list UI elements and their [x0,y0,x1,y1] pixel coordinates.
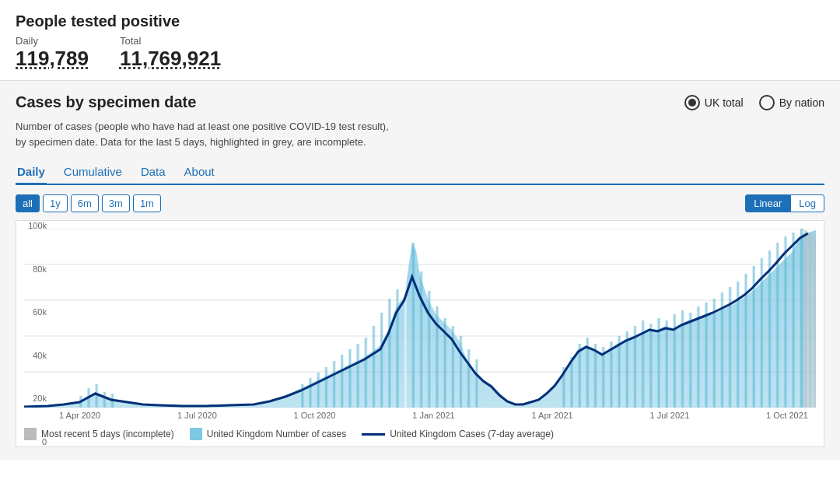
svg-rect-45 [649,324,652,408]
svg-rect-64 [800,229,803,408]
svg-rect-50 [689,313,691,408]
top-section: People tested positive Daily 119,789 Tot… [0,0,840,81]
section-header: Cases by specimen date UK total By natio… [16,93,824,111]
svg-rect-66 [809,233,812,408]
svg-rect-61 [776,243,779,408]
legend-average: United Kingdom Cases (7-day average) [362,429,554,439]
x-axis: 1 Apr 2020 1 Jul 2020 1 Oct 2020 1 Jan 2… [59,408,808,420]
svg-rect-27 [428,291,430,408]
radio-uk-label: UK total [705,96,744,109]
svg-rect-62 [784,236,786,408]
svg-rect-23 [396,289,398,408]
legend-label-incomplete: Most recent 5 days (incomplete) [41,429,174,439]
daily-stat: Daily 119,789 [16,35,89,71]
chart-container: 100k 80k 60k 40k 20k 0 [16,220,824,447]
y-axis: 100k 80k 60k 40k 20k 0 [16,221,51,446]
time-btn-all[interactable]: all [16,194,40,212]
chart-svg [24,229,816,408]
svg-rect-32 [467,349,470,408]
y-label-0: 0 [42,437,47,446]
svg-rect-35 [570,357,572,408]
stats-row: Daily 119,789 Total 11,769,921 [16,35,824,71]
svg-rect-38 [594,344,597,408]
daily-value: 119,789 [16,47,89,71]
x-label-jul2020: 1 Jul 2020 [177,411,217,420]
svg-rect-24 [404,252,407,408]
description: Number of cases (people who have had at … [16,119,824,149]
svg-rect-59 [761,258,763,408]
time-btn-1y[interactable]: 1y [43,194,68,212]
svg-rect-63 [792,233,794,408]
svg-rect-51 [697,306,699,408]
svg-rect-14 [325,367,327,408]
svg-rect-36 [579,344,581,408]
y-label-60k: 60k [33,307,47,317]
chart-with-yaxis: 100k 80k 60k 40k 20k 0 [24,229,816,408]
svg-rect-21 [380,313,383,408]
legend-label-average: United Kingdom Cases (7-day average) [390,429,554,439]
page-title: People tested positive [16,12,824,30]
radio-group: UK total By nation [684,95,824,110]
svg-rect-15 [333,361,335,408]
svg-rect-9 [103,392,106,408]
controls-row: all 1y 6m 3m 1m Linear Log [16,194,824,212]
svg-rect-33 [475,359,478,408]
total-label: Total [120,35,221,47]
x-label-jan2021: 1 Jan 2021 [412,411,454,420]
tab-about[interactable]: About [183,160,216,185]
total-stat: Total 11,769,921 [120,35,221,71]
x-label-oct2020: 1 Oct 2020 [294,411,336,420]
svg-rect-13 [317,373,320,408]
total-value: 11,769,921 [120,47,221,71]
scale-buttons: Linear Log [745,194,824,212]
legend-line-dark [362,433,385,436]
x-label-jul2021: 1 Jul 2021 [650,411,690,420]
section-title: Cases by specimen date [16,93,196,111]
svg-rect-11 [301,384,303,408]
time-btn-1m[interactable]: 1m [133,194,161,212]
tab-cumulative[interactable]: Cumulative [62,160,124,185]
y-label-20k: 20k [33,394,47,403]
svg-rect-42 [626,331,628,408]
svg-rect-28 [436,306,438,408]
svg-rect-65 [804,230,807,408]
legend-swatch-blue [190,428,202,440]
svg-rect-53 [713,299,716,408]
tab-data[interactable]: Data [139,160,167,185]
time-buttons: all 1y 6m 3m 1m [16,194,161,212]
legend-label-cases: United Kingdom Number of cases [207,429,346,439]
time-btn-3m[interactable]: 3m [102,194,130,212]
y-label-80k: 80k [33,264,47,274]
radio-nation-label: By nation [779,96,824,109]
svg-rect-67 [814,235,816,408]
svg-rect-47 [666,320,668,408]
svg-rect-40 [610,341,612,408]
main-section: Cases by specimen date UK total By natio… [0,81,840,460]
svg-rect-19 [365,338,367,408]
scale-btn-log[interactable]: Log [790,194,824,212]
svg-rect-22 [388,299,390,408]
tab-daily[interactable]: Daily [16,160,47,185]
scale-btn-linear[interactable]: Linear [745,194,790,212]
y-label-100k: 100k [28,221,47,230]
radio-by-nation[interactable]: By nation [759,95,824,110]
x-label-apr2020: 1 Apr 2020 [59,411,100,420]
svg-rect-17 [348,349,351,408]
svg-rect-20 [373,326,375,408]
svg-rect-39 [602,347,604,408]
svg-rect-8 [96,384,98,408]
y-label-40k: 40k [33,351,47,360]
radio-uk-total[interactable]: UK total [684,95,744,110]
svg-rect-18 [357,344,359,408]
daily-label: Daily [16,35,89,47]
svg-rect-26 [420,271,422,408]
x-label-oct2021: 1 Oct 2021 [766,411,808,420]
svg-rect-25 [412,243,415,408]
time-btn-6m[interactable]: 6m [71,194,99,212]
radio-circle-nation [759,95,775,110]
svg-rect-31 [460,336,462,408]
svg-rect-60 [768,250,771,408]
tabs-row: Daily Cumulative Data About [16,160,824,185]
svg-rect-52 [705,303,707,408]
radio-circle-uk [684,95,700,110]
